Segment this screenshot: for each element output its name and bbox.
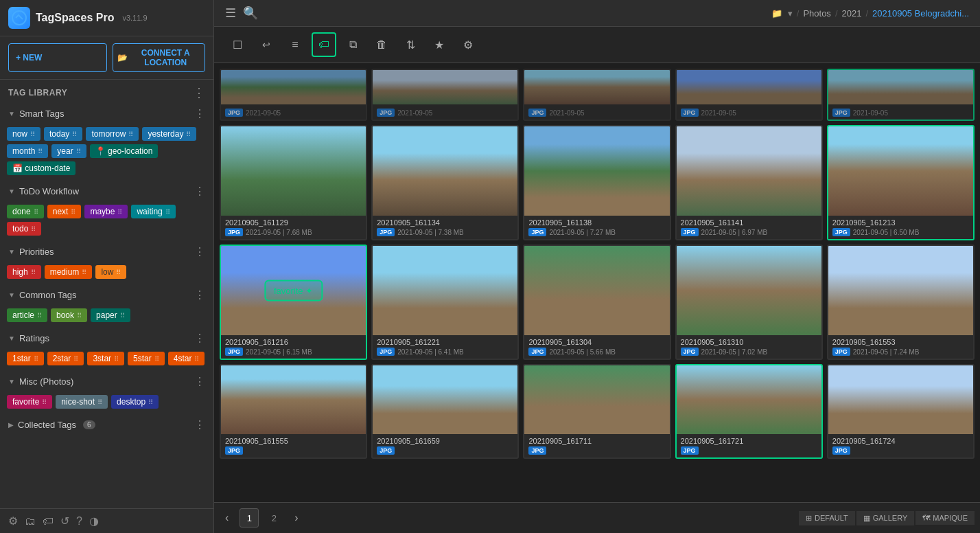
breadcrumb-2021[interactable]: 2021 bbox=[842, 8, 862, 19]
misc-photos-group[interactable]: ▼ Misc (Photos) ⋮ bbox=[0, 371, 213, 392]
photo-card-161659[interactable]: 20210905_161659 JPG bbox=[371, 364, 519, 459]
photo-name: 20210905_161129 bbox=[225, 218, 362, 227]
tag-nice-shot[interactable]: nice-shot ⠿ bbox=[56, 395, 108, 409]
tag-maybe[interactable]: maybe ⠿ bbox=[84, 205, 128, 218]
photo-card-161724[interactable]: 20210905_161724 JPG bbox=[827, 364, 975, 459]
tag-custom-date[interactable]: 📅 custom-date bbox=[7, 161, 75, 175]
misc-more-icon[interactable]: ⋮ bbox=[194, 375, 205, 388]
menu-icon[interactable]: ☰ bbox=[225, 5, 236, 21]
prev-page-button[interactable]: ‹ bbox=[220, 509, 234, 527]
tag-article[interactable]: article ⠿ bbox=[7, 308, 47, 322]
tag-low[interactable]: low ⠿ bbox=[95, 265, 126, 279]
mapique-view-button[interactable]: 🗺 MAPIQUE bbox=[915, 511, 975, 525]
search-icon[interactable]: 🔍 bbox=[243, 5, 258, 21]
smart-tags-group[interactable]: ▼ Smart Tags ⋮ bbox=[0, 103, 213, 124]
todo-more-icon[interactable]: ⋮ bbox=[194, 185, 205, 198]
map-icon: 🗺 bbox=[922, 514, 930, 522]
collected-tags-group[interactable]: ▶ Collected Tags 6 ⋮ bbox=[0, 414, 213, 435]
settings-toolbar-button[interactable]: ⚙ bbox=[456, 32, 480, 57]
default-view-button[interactable]: ⊞ DEFAULT bbox=[799, 511, 855, 525]
tag-5star[interactable]: 5star ⠿ bbox=[128, 352, 165, 365]
tag-tomorrow[interactable]: tomorrow ⠿ bbox=[86, 127, 139, 141]
photo-card-161553[interactable]: 20210905_161553 JPG 2021-09-05 | 7.24 MB bbox=[827, 245, 975, 360]
priorities-more-icon[interactable]: ⋮ bbox=[194, 245, 205, 258]
ratings-group[interactable]: ▼ Ratings ⋮ bbox=[0, 328, 213, 349]
locations-icon[interactable]: 🗂 bbox=[25, 515, 36, 528]
photo-name: 20210905_161555 bbox=[225, 437, 362, 445]
tag-year[interactable]: year ⠿ bbox=[51, 144, 86, 158]
tag-high[interactable]: high ⠿ bbox=[7, 265, 41, 279]
photo-card-161213[interactable]: 20210905_161213 JPG 2021-09-05 | 6.50 MB bbox=[827, 125, 975, 240]
list-view-button[interactable]: ≡ bbox=[283, 32, 307, 57]
theme-icon[interactable]: ◑ bbox=[89, 514, 99, 528]
tag-done[interactable]: done ⠿ bbox=[7, 205, 44, 218]
photo-card[interactable]: JPG 2021-09-05 bbox=[523, 69, 670, 121]
photo-card-161138[interactable]: 20210905_161138 JPG 2021-09-05 | 7.27 MB bbox=[523, 125, 670, 240]
tag-waiting[interactable]: waiting ⠿ bbox=[131, 205, 175, 218]
collected-tags-more-icon[interactable]: ⋮ bbox=[194, 418, 205, 431]
tag-library-more-icon[interactable]: ⋮ bbox=[193, 87, 205, 99]
ratings-more-icon[interactable]: ⋮ bbox=[194, 332, 205, 345]
tag-favorite[interactable]: favorite ⠿ bbox=[7, 395, 52, 409]
photo-card-161304[interactable]: 20210905_161304 JPG 2021-09-05 | 5.66 MB bbox=[523, 245, 670, 360]
smart-tags-label: Smart Tags bbox=[19, 109, 65, 119]
breadcrumb-photos[interactable]: Photos bbox=[803, 8, 830, 19]
tag-2star[interactable]: 2star ⠿ bbox=[47, 352, 84, 365]
todo-workflow-group[interactable]: ▼ ToDo Workflow ⋮ bbox=[0, 181, 213, 202]
sort-button[interactable]: ⇅ bbox=[398, 32, 423, 57]
tag-desktop[interactable]: desktop ⠿ bbox=[111, 395, 159, 409]
back-button[interactable]: ↩ bbox=[254, 32, 279, 57]
tags-icon[interactable]: 🏷 bbox=[43, 515, 54, 528]
breadcrumb-folder[interactable]: 20210905 Belogradchi... bbox=[872, 8, 969, 19]
gallery-view-button[interactable]: ▦ GALLERY bbox=[856, 511, 915, 525]
connect-location-button[interactable]: 📂 CONNECT A LOCATION bbox=[113, 43, 206, 72]
photo-card[interactable]: JPG 2021-09-05 bbox=[371, 69, 519, 121]
history-icon[interactable]: ↺ bbox=[60, 514, 69, 528]
select-all-button[interactable]: ☐ bbox=[225, 32, 250, 57]
tag-geo-location[interactable]: 📍 geo-location bbox=[90, 144, 159, 158]
delete-button[interactable]: 🗑 bbox=[369, 32, 394, 57]
tag-today[interactable]: today ⠿ bbox=[44, 127, 82, 141]
page-1-button[interactable]: 1 bbox=[240, 508, 259, 528]
tag-now[interactable]: now ⠿ bbox=[7, 127, 40, 141]
settings-icon[interactable]: ⚙ bbox=[8, 514, 18, 528]
tag-yesterday[interactable]: yesterday ⠿ bbox=[142, 127, 196, 141]
photo-card-161129[interactable]: 20210905_161129 JPG 2021-09-05 | 7.68 MB bbox=[220, 125, 367, 240]
next-page-button[interactable]: › bbox=[289, 509, 303, 527]
photo-name: 20210905_161138 bbox=[528, 218, 665, 227]
photo-card-161216[interactable]: favorite ✦ 20210905_161216 JPG 2021-09-0… bbox=[220, 245, 367, 360]
photo-card-161221[interactable]: 20210905_161221 JPG 2021-09-05 | 6.41 MB bbox=[371, 245, 519, 360]
photo-card-161134[interactable]: 20210905_161134 JPG 2021-09-05 | 7.38 MB bbox=[371, 125, 519, 240]
tag-icon: 🏷 bbox=[318, 38, 329, 51]
tag-todo[interactable]: todo ⠿ bbox=[7, 222, 41, 236]
star-button[interactable]: ★ bbox=[427, 32, 452, 57]
smart-tags-more-icon[interactable]: ⋮ bbox=[194, 107, 205, 120]
location-dropdown-icon[interactable]: ▾ bbox=[788, 8, 793, 19]
priorities-group[interactable]: ▼ Priorities ⋮ bbox=[0, 241, 213, 262]
tag-button[interactable]: 🏷 bbox=[312, 32, 336, 57]
tag-4star[interactable]: 4star ⠿ bbox=[168, 352, 205, 365]
common-tags-more-icon[interactable]: ⋮ bbox=[194, 288, 205, 302]
photo-card-161555[interactable]: 20210905_161555 JPG bbox=[220, 364, 367, 459]
tag-3star[interactable]: 3star ⠿ bbox=[87, 352, 124, 365]
photo-card[interactable]: JPG 2021-09-05 bbox=[220, 69, 367, 121]
new-button[interactable]: + NEW bbox=[8, 43, 107, 72]
photo-card[interactable]: JPG 2021-09-05 bbox=[675, 69, 823, 121]
photo-card-161711[interactable]: 20210905_161711 JPG bbox=[523, 364, 670, 459]
tag-next[interactable]: next ⠿ bbox=[47, 205, 82, 218]
tag-1star[interactable]: 1star ⠿ bbox=[7, 352, 44, 365]
page-2-button[interactable]: 2 bbox=[264, 508, 283, 528]
common-tags-group[interactable]: ▼ Common Tags ⋮ bbox=[0, 284, 213, 306]
photo-card[interactable]: JPG 2021-09-05 bbox=[827, 69, 975, 121]
tag-paper[interactable]: paper ⠿ bbox=[91, 308, 130, 322]
jpg-badge: JPG bbox=[377, 348, 395, 356]
tag-month[interactable]: month ⠿ bbox=[7, 144, 48, 158]
photo-name: 20210905_161216 bbox=[225, 338, 362, 346]
tag-medium[interactable]: medium ⠿ bbox=[45, 265, 93, 279]
photo-card-161141[interactable]: 20210905_161141 JPG 2021-09-05 | 6.97 MB bbox=[675, 125, 823, 240]
photo-card-161310[interactable]: 20210905_161310 JPG 2021-09-05 | 7.02 MB bbox=[675, 245, 823, 360]
photo-card-161721[interactable]: 20210905_161721 JPG bbox=[675, 364, 823, 459]
help-icon[interactable]: ? bbox=[76, 515, 82, 528]
tag-book[interactable]: book ⠿ bbox=[51, 308, 87, 322]
copy-button[interactable]: ⧉ bbox=[340, 32, 365, 57]
